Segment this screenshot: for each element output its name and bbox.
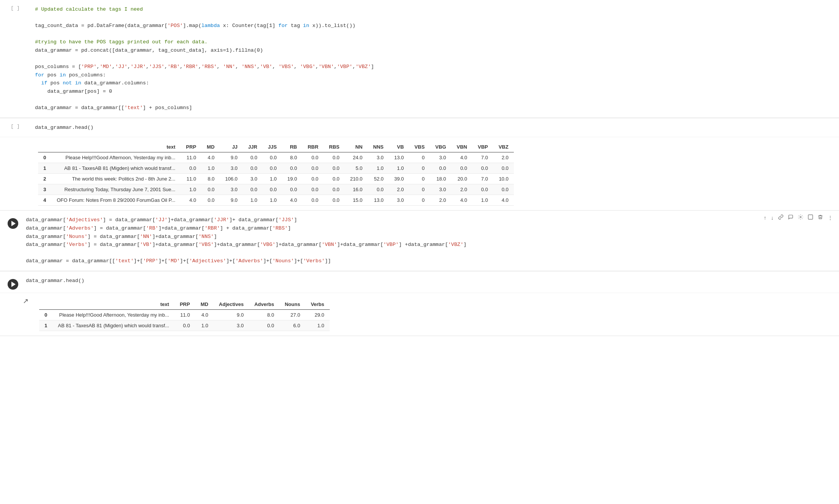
- export-icon[interactable]: ↗: [23, 295, 29, 305]
- cell-3: ↑ ↓: [0, 211, 839, 271]
- col-md: MD: [195, 299, 213, 310]
- table-row: 1 AB 81 - TaxesAB 81 (Migden) which woul…: [39, 320, 330, 331]
- col-adverbs: Adverbs: [249, 299, 280, 310]
- table-row: 0 Please Help!!!Good Afternoon, Yesterda…: [38, 152, 514, 163]
- col-vbz: VBZ: [493, 142, 514, 152]
- cell-4: data_grammar.head() ↗ text PRP MD Adject…: [0, 271, 839, 336]
- table-row: 1 AB 81 - TaxesAB 81 (Migden) which woul…: [38, 163, 514, 174]
- cell-1-code[interactable]: # Updated calculate the tags I need tag_…: [30, 3, 839, 114]
- table-row: 0 Please Help!!!Good Afternoon, Yesterda…: [39, 309, 330, 320]
- cell-4-table: text PRP MD Adjectives Adverbs Nouns Ver…: [39, 299, 330, 331]
- cell-1: [ ] # Updated calculate the tags I need …: [0, 0, 839, 118]
- col-vbg: VBG: [430, 142, 451, 152]
- col-jj: JJ: [220, 142, 243, 152]
- cell-2-output: text PRP MD JJ JJR JJS RB RBR RBS NN NNS…: [0, 137, 839, 210]
- run-button-4[interactable]: [8, 279, 18, 290]
- toolbar-more-btn[interactable]: ⋮: [826, 214, 834, 222]
- toolbar-down-btn[interactable]: ↓: [769, 214, 775, 222]
- cell-2-input: [ ] data_grammar.head(): [0, 118, 839, 138]
- toolbar-up-btn[interactable]: ↑: [762, 214, 768, 222]
- col-index: [39, 299, 52, 310]
- col-verbs: Verbs: [305, 299, 329, 310]
- col-nouns: Nouns: [280, 299, 305, 310]
- cell-3-input: data_grammar['Adjectives'] = data_gramma…: [0, 211, 839, 271]
- table-row: 3 Restructuring Today, Thursday June 7, …: [38, 184, 514, 195]
- notebook: [ ] # Updated calculate the tags I need …: [0, 0, 839, 504]
- cell-4-code[interactable]: data_grammar.head(): [21, 274, 839, 287]
- col-prp: PRP: [175, 299, 195, 310]
- cell-2-table: text PRP MD JJ JJR JJS RB RBR RBS NN NNS…: [38, 142, 514, 206]
- col-vb: VB: [389, 142, 409, 152]
- cell-1-prompt: [ ]: [0, 3, 30, 13]
- cell-3-toolbar: ↑ ↓: [762, 214, 834, 222]
- svg-point-0: [800, 217, 801, 218]
- col-nn: NN: [345, 142, 368, 152]
- cell-2-code[interactable]: data_grammar.head(): [30, 121, 839, 134]
- cell-4-output: ↗ text PRP MD Adjectives Adverbs Nouns V…: [0, 293, 839, 336]
- col-prp: PRP: [181, 142, 202, 152]
- cell-4-input: data_grammar.head(): [0, 271, 839, 293]
- cell-2: [ ] data_grammar.head() text PRP MD JJ J…: [0, 118, 839, 211]
- col-text: text: [52, 299, 174, 310]
- col-vbn: VBN: [451, 142, 472, 152]
- col-md: MD: [202, 142, 220, 152]
- col-jjr: JJR: [243, 142, 263, 152]
- col-jjs: JJS: [262, 142, 282, 152]
- run-button-3[interactable]: [8, 218, 18, 229]
- col-rb: RB: [282, 142, 302, 152]
- toolbar-delete-btn[interactable]: [816, 214, 825, 222]
- toolbar-comment-btn[interactable]: [787, 214, 795, 222]
- cell-1-input: [ ] # Updated calculate the tags I need …: [0, 0, 839, 118]
- col-index: [38, 142, 51, 152]
- table-row: 4 OFO Forum: Notes From 8 29/2000 ForumG…: [38, 195, 514, 206]
- cell-3-code[interactable]: data_grammar['Adjectives'] = data_gramma…: [21, 214, 839, 268]
- col-adjectives: Adjectives: [214, 299, 249, 310]
- toolbar-settings-btn[interactable]: [796, 214, 805, 222]
- cell-2-prompt: [ ]: [0, 121, 30, 132]
- toolbar-link-btn[interactable]: [777, 214, 785, 222]
- toolbar-expand-btn[interactable]: [806, 214, 815, 222]
- table-row: 2 The world this week: Politics 2nd - 8t…: [38, 174, 514, 184]
- col-nns: NNS: [368, 142, 389, 152]
- col-text: text: [51, 142, 181, 152]
- col-rbs: RBS: [324, 142, 345, 152]
- col-rbr: RBR: [302, 142, 324, 152]
- col-vbp: VBP: [472, 142, 493, 152]
- svg-rect-1: [808, 215, 813, 219]
- col-vbs: VBS: [409, 142, 430, 152]
